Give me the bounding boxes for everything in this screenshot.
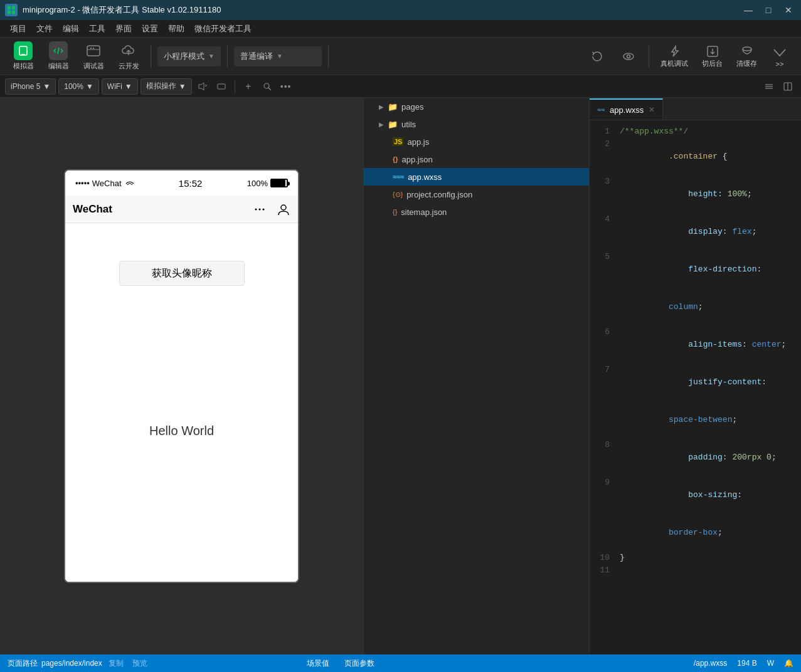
network-label: WiFi	[107, 82, 122, 91]
maximize-button[interactable]: □	[761, 3, 776, 18]
dock-button[interactable]	[780, 78, 796, 95]
file-tree-app-js[interactable]: JS app.js	[364, 133, 589, 150]
code-line-9: 9 box-sizing:	[590, 476, 801, 514]
code-line-4: 4 display: flex;	[590, 213, 801, 251]
line-num-8: 8	[590, 439, 620, 451]
file-tree-utils-folder[interactable]: ▶ 📁 utils	[364, 115, 589, 133]
app-icon	[5, 4, 18, 16]
sec-right-controls	[761, 78, 796, 95]
brace-open: {	[723, 152, 728, 161]
file-tree-pages-folder[interactable]: ▶ 📁 pages	[364, 98, 589, 115]
code-line-9b: border-box;	[590, 514, 801, 552]
file-size: 194 B	[737, 659, 756, 668]
menu-tools[interactable]: 工具	[84, 20, 110, 37]
cut-bg-button[interactable]: 切后台	[697, 41, 728, 71]
code-line-7b: space-between;	[590, 401, 801, 439]
sound-button[interactable]	[194, 78, 211, 95]
nav-more-icon[interactable]	[253, 202, 267, 216]
compile-dropdown[interactable]: 普通编译 ▼	[234, 46, 322, 66]
menu-file[interactable]: 文件	[31, 20, 58, 37]
menu-settings[interactable]: 设置	[137, 20, 163, 37]
operation-dropdown-arrow: ▼	[179, 82, 186, 91]
page-params-label[interactable]: 页面参数	[344, 658, 374, 669]
editor-tab-app-wxss[interactable]: ≈≈ app.wxss ✕	[590, 98, 663, 120]
debugger-label: 调试器	[83, 61, 104, 71]
close-button[interactable]: ✕	[781, 3, 796, 18]
tab-close-button[interactable]: ✕	[649, 105, 655, 114]
preview-link[interactable]: 预览	[132, 658, 147, 669]
nav-person-icon[interactable]	[277, 202, 290, 216]
real-device-label: 真机调试	[660, 59, 688, 68]
zoom-label: 100%	[64, 82, 83, 91]
refresh-button[interactable]	[583, 46, 611, 66]
operation-dropdown[interactable]: 模拟操作 ▼	[141, 78, 192, 95]
zoom-dropdown-arrow: ▼	[86, 82, 93, 91]
search-button[interactable]	[259, 78, 275, 95]
network-dropdown-arrow: ▼	[125, 82, 132, 91]
line-num-4: 4	[590, 213, 620, 226]
svg-rect-2	[8, 11, 11, 14]
clear-cache-button[interactable]: 清缓存	[731, 41, 762, 71]
simulator-icon	[14, 41, 33, 60]
get-avatar-button[interactable]: 获取头像昵称	[119, 261, 245, 286]
clear-cache-label: 清缓存	[736, 59, 757, 68]
debugger-button[interactable]: 调试器	[78, 39, 109, 73]
menu-project[interactable]: 项目	[5, 20, 31, 37]
operation-label: 模拟操作	[146, 81, 176, 92]
code-line-10: 10 }	[590, 552, 801, 564]
cloud-label: 云开发	[119, 61, 139, 71]
more-options-button[interactable]: •••	[278, 78, 294, 95]
menu-edit[interactable]: 编辑	[58, 20, 84, 37]
file-tree-project-config[interactable]: {⊙} project.config.json	[364, 186, 589, 203]
phone-nav-icons	[253, 202, 290, 216]
svg-marker-19	[199, 83, 204, 90]
more-icon	[772, 45, 787, 60]
zoom-dropdown[interactable]: 100% ▼	[58, 78, 99, 95]
file-tree-app-wxss[interactable]: ≈≈≈ app.wxss	[364, 168, 589, 186]
menu-help[interactable]: 帮助	[163, 20, 189, 37]
add-page-button[interactable]: +	[240, 78, 257, 95]
config-icon: {⊙}	[393, 191, 403, 199]
utils-folder-label: utils	[401, 120, 416, 129]
sec-separator	[235, 80, 235, 93]
network-dropdown[interactable]: WiFi ▼	[102, 78, 138, 95]
app-js-label: app.js	[407, 137, 429, 147]
selector: .container	[669, 152, 723, 161]
more-button[interactable]: >>	[766, 43, 793, 70]
line-content-5b: column;	[620, 288, 703, 326]
layout-button[interactable]	[761, 78, 777, 95]
wxss-icon: ≈≈≈	[393, 173, 404, 181]
project-config-label: project.config.json	[406, 190, 472, 199]
line-content-4: display: flex;	[620, 213, 756, 251]
real-device-button[interactable]: 真机调试	[655, 41, 693, 71]
file-tree-sitemap-json[interactable]: {} sitemap.json	[364, 203, 589, 221]
signal-dots: •••••	[75, 179, 90, 188]
line-content-10: }	[620, 552, 625, 564]
toolbar-separator-2	[227, 45, 228, 68]
code-area[interactable]: 1 /**app.wxss**/ 2 .container { 3 height…	[590, 120, 801, 654]
line-content-8: padding: 200rpx 0;	[620, 439, 777, 476]
svg-rect-1	[12, 6, 15, 9]
minimize-button[interactable]: —	[741, 3, 756, 18]
svg-line-24	[268, 88, 271, 90]
json-icon: {}	[393, 155, 398, 163]
screen-rotate-button[interactable]	[213, 78, 230, 95]
tab-wxss-icon: ≈≈	[597, 106, 605, 113]
svg-rect-9	[90, 48, 92, 49]
editor-button[interactable]: 编辑器	[43, 39, 74, 73]
phone-mockup: ••••• WeChat 15:52 100% WeChat	[64, 169, 299, 583]
simulator-button[interactable]: 模拟器	[8, 39, 39, 73]
file-tree-app-json[interactable]: {} app.json	[364, 150, 589, 168]
editor-icon	[49, 41, 68, 60]
cloud-button[interactable]: 云开发	[113, 39, 144, 73]
scene-label[interactable]: 场景值	[307, 658, 329, 669]
copy-button[interactable]: 复制	[109, 658, 124, 669]
mode-dropdown[interactable]: 小程序模式 ▼	[157, 46, 221, 66]
menu-wechat-dev[interactable]: 微信开发者工具	[189, 20, 257, 37]
device-dropdown[interactable]: iPhone 5 ▼	[5, 78, 56, 95]
compile-label: 普通编译	[240, 51, 273, 62]
device-dropdown-arrow: ▼	[43, 82, 50, 91]
preview-button[interactable]	[615, 46, 642, 66]
phone-time: 15:52	[179, 178, 203, 189]
menu-interface[interactable]: 界面	[110, 20, 137, 37]
